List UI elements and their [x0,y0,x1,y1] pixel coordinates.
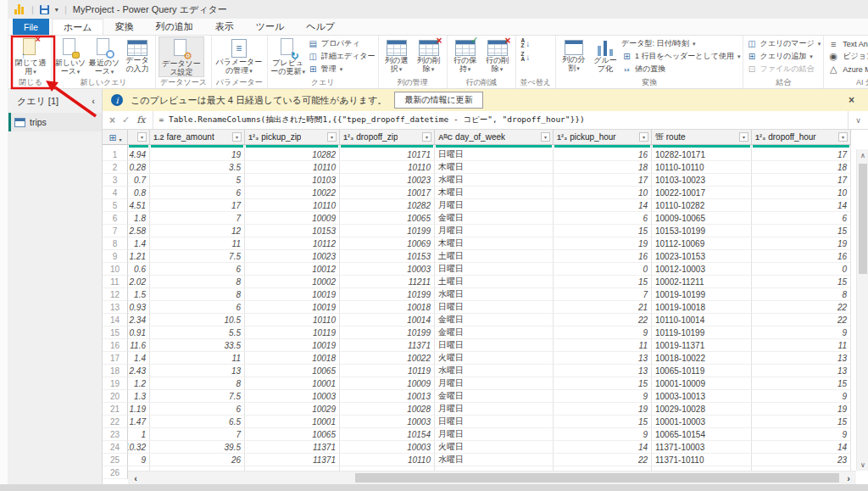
tab-transform[interactable]: 変換 [103,19,144,35]
cell[interactable]: 7 [150,428,245,441]
cell[interactable]: 8 [752,288,851,301]
split-column-button[interactable]: 列の分割▾ [559,36,589,77]
cell[interactable]: 6 [752,212,851,225]
cell[interactable]: 7.5 [150,390,245,403]
cell[interactable]: 土曜日 [435,250,554,263]
column-header-dropoff_zip[interactable]: 1²₃dropoff_zip▾ [340,130,435,145]
cell[interactable]: 5.5 [150,326,245,339]
column-type-icon[interactable]: AᴮC [438,133,453,142]
cell[interactable]: 水曜日 [435,174,554,187]
cell[interactable]: 7.5 [150,250,245,263]
cell[interactable]: 7 [554,288,652,301]
cell[interactable]: 15 [752,416,851,428]
cell[interactable]: 10282-10171 [652,148,752,161]
manage-button[interactable]: ⊞ 管理▾ [308,63,376,75]
cell[interactable]: 日曜日 [435,301,554,314]
column-header-dropoff_hour[interactable]: 1²₃dropoff_hour▾ [752,130,851,145]
filter-button[interactable]: ▾ [838,132,848,142]
use-first-row-as-headers-button[interactable]: ⊞ 1 行目をヘッダーとして使用▾ [621,50,741,63]
cell[interactable]: 6 [150,403,245,416]
row-number[interactable]: 25 [103,454,128,466]
cell[interactable]: 0 [752,263,851,276]
cell[interactable]: 日曜日 [435,416,554,428]
row-number[interactable]: 11 [103,276,128,288]
keep-rows-button[interactable]: ✓ 行の保持▾ [450,36,481,77]
cell[interactable]: 1.2 [128,377,150,390]
cell[interactable]: 7 [150,212,245,225]
cell[interactable]: 19 [150,148,245,161]
cell[interactable]: 日曜日 [435,339,554,352]
row-number[interactable]: 16 [103,339,128,352]
tab-tools[interactable]: ツール [245,19,296,35]
cell[interactable]: 金曜日 [435,314,554,326]
cell[interactable]: 10110-10014 [652,314,752,326]
cell[interactable]: 10013 [340,390,435,403]
cell[interactable]: 18 [752,161,851,174]
cell[interactable]: 22 [752,314,851,326]
row-number[interactable]: 26 [103,466,128,479]
cell[interactable]: 11371 [245,441,340,454]
cell[interactable]: 0 [554,263,652,276]
cell[interactable]: 10199 [340,326,435,339]
cell[interactable]: 10110-10110 [652,161,752,174]
close-and-apply-button[interactable]: ×↑ 閉じて適用▾ [13,36,48,77]
vertical-scrollbar[interactable]: ∧ ∨ [856,149,868,471]
cell[interactable]: 11 [752,339,851,352]
cell[interactable]: 10003 [245,390,340,403]
cell[interactable]: 日曜日 [435,263,554,276]
filter-button[interactable]: ▾ [639,132,648,142]
row-number[interactable]: 5 [103,199,128,212]
refresh-preview-button[interactable]: ↻ プレビューの更新▾ [270,36,306,77]
cell[interactable]: 11.6 [128,339,150,352]
cell[interactable]: 1.3 [128,390,150,403]
vision-button[interactable]: ◉ ビジョン [826,50,868,63]
row-number[interactable]: 15 [103,326,128,339]
cell[interactable]: 10019-11371 [652,339,752,352]
remove-rows-button[interactable]: × 行の削除▾ [482,36,513,77]
cell[interactable]: 10119 [340,365,435,377]
group-by-button[interactable]: グループ化 [591,36,620,77]
row-number[interactable]: 13 [103,301,128,314]
cell[interactable]: 9 [752,428,851,441]
column-type-icon[interactable]: 1²₃ [248,133,259,142]
cell[interactable]: 17 [752,148,851,161]
cell[interactable]: 6.5 [150,416,245,428]
filter-button[interactable]: ▾ [541,132,550,142]
row-number[interactable]: 6 [103,212,128,225]
tab-home[interactable]: ホーム [52,19,104,35]
cell[interactable]: 土曜日 [435,276,554,288]
column-type-icon[interactable]: ABC 123 [655,134,664,141]
cell[interactable]: 11371 [340,339,435,352]
tab-file[interactable]: File [13,19,49,35]
row-number[interactable]: 17 [103,352,128,365]
column-header-pickup_zip[interactable]: 1²₃pickup_zip▾ [245,130,340,145]
cell[interactable]: 10065 [340,212,435,225]
cell[interactable]: 9 [554,428,652,441]
row-number[interactable]: 23 [103,428,128,441]
tab-add-column[interactable]: 列の追加 [144,19,203,35]
cell[interactable]: 19 [554,403,652,416]
cell[interactable]: 14 [554,441,652,454]
cell[interactable]: 0.6 [128,263,150,276]
cell[interactable]: 10110 [340,454,435,466]
vertical-scroll-thumb[interactable] [859,164,867,274]
cell[interactable]: 8 [150,377,245,390]
cell[interactable]: 14 [752,441,851,454]
cell[interactable]: 10009 [340,377,435,390]
cell[interactable]: 15 [752,276,851,288]
cell[interactable]: 水曜日 [435,365,554,377]
commit-formula-icon[interactable]: ✓ [122,114,130,126]
cancel-formula-icon[interactable]: × [109,114,115,126]
cell[interactable]: 16 [554,250,652,263]
recent-sources-button[interactable]: 最近のソース▾ [88,36,120,77]
cell[interactable]: 10154 [340,428,435,441]
cell[interactable]: 0.7 [128,174,150,187]
cell[interactable]: 9 [554,390,652,403]
cell[interactable]: 金曜日 [435,390,554,403]
cell[interactable]: 10065 [245,365,340,377]
cell[interactable]: 10017 [340,187,435,199]
cell[interactable]: 10009-10065 [652,212,752,225]
cell[interactable]: 水曜日 [435,454,554,466]
cell[interactable]: 10001 [245,377,340,390]
row-number[interactable]: 20 [103,390,128,403]
